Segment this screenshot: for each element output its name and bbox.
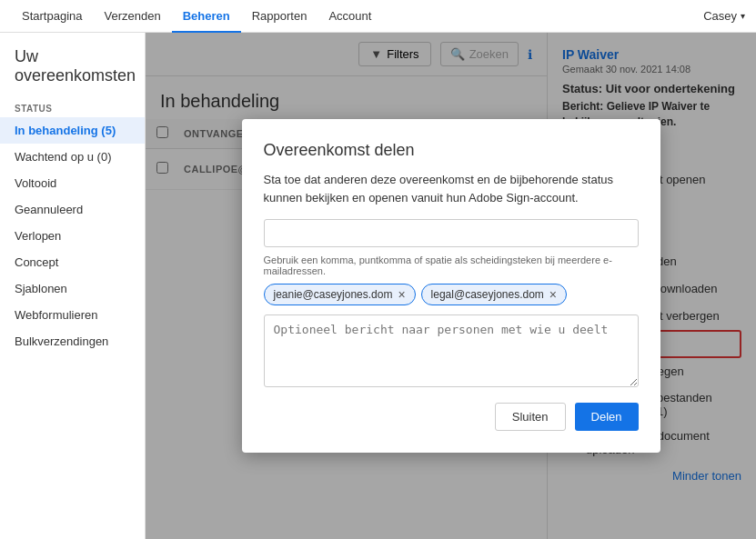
sidebar-item-bulkverzendingen[interactable]: Bulkverzendingen xyxy=(0,328,145,354)
message-textarea[interactable] xyxy=(264,314,548,387)
sidebar-item-in-behandeling[interactable]: In behandeling (5) xyxy=(0,117,145,144)
tag-legal-email: legal@caseyjones.dom xyxy=(431,288,544,301)
sidebar-item-wachtend[interactable]: Wachtend op u (0) xyxy=(0,144,145,170)
tag-jeanie: jeanie@caseyjones.dom × xyxy=(264,284,416,305)
sidebar-item-sjablonen[interactable]: Sjablonen xyxy=(0,275,145,302)
sidebar-title: Uw overeenkomsten xyxy=(0,47,145,96)
tag-jeanie-remove[interactable]: × xyxy=(398,287,405,302)
close-button[interactable]: Sluiten xyxy=(495,403,547,431)
modal-description: Sta toe dat anderen deze overeenkomst en… xyxy=(264,171,548,206)
modal-title: Overeenkomst delen xyxy=(264,141,548,160)
sidebar-item-geannuleerd[interactable]: Geannuleerd xyxy=(0,196,145,223)
sidebar-item-webformulieren[interactable]: Webformulieren xyxy=(0,302,145,328)
modal-tags: jeanie@caseyjones.dom × legal@caseyjones… xyxy=(264,284,548,305)
top-nav: Startpagina Verzenden Beheren Rapporten … xyxy=(0,0,756,33)
sidebar-item-verlopen[interactable]: Verlopen xyxy=(0,223,145,249)
sidebar-item-concept[interactable]: Concept xyxy=(0,249,145,275)
user-caret-icon: ▾ xyxy=(741,11,745,21)
sidebar: Uw overeenkomsten STATUS In behandeling … xyxy=(0,33,146,539)
nav-rapporten[interactable]: Rapporten xyxy=(241,0,318,33)
nav-account[interactable]: Account xyxy=(318,0,382,33)
sidebar-item-voltooid[interactable]: Voltooid xyxy=(0,170,145,196)
content-area: ▼ Filters 🔍 Zoeken ℹ In behandeling ONTV… xyxy=(146,33,547,539)
nav-beheren[interactable]: Beheren xyxy=(172,0,241,33)
nav-startpagina[interactable]: Startpagina xyxy=(11,0,94,33)
tag-jeanie-email: jeanie@caseyjones.dom xyxy=(274,288,393,301)
user-name: Casey xyxy=(703,9,737,23)
email-input[interactable] xyxy=(264,219,548,247)
nav-verzenden[interactable]: Verzenden xyxy=(94,0,172,33)
modal-overlay: Overeenkomst delen Sta toe dat anderen d… xyxy=(146,33,547,539)
user-menu[interactable]: Casey ▾ xyxy=(703,9,745,23)
modal-hint: Gebruik een komma, puntkomma of spatie a… xyxy=(264,255,548,276)
sidebar-section-label: STATUS xyxy=(0,96,145,117)
modal-footer: Sluiten Delen xyxy=(264,403,548,431)
tag-legal: legal@caseyjones.dom × xyxy=(421,284,547,305)
modal: Overeenkomst delen Sta toe dat anderen d… xyxy=(242,119,548,453)
